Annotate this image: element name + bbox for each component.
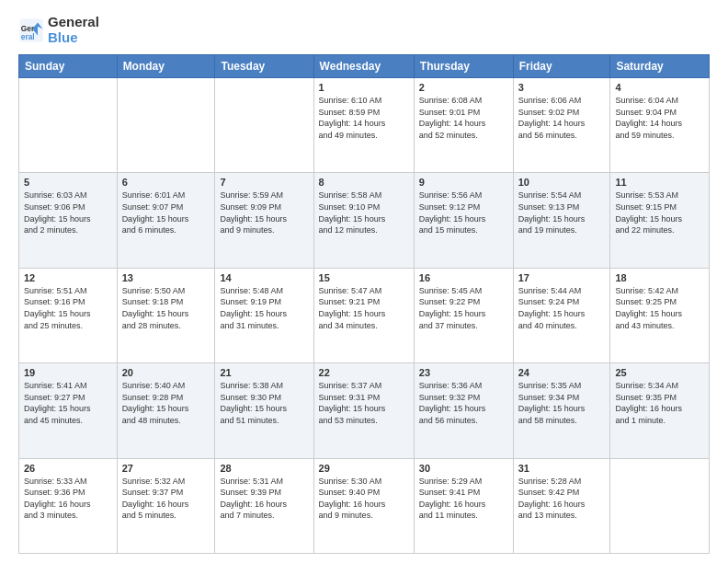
calendar-cell: 15Sunrise: 5:47 AM Sunset: 9:21 PM Dayli… (313, 268, 414, 362)
day-info: Sunrise: 5:54 AM Sunset: 9:13 PM Dayligh… (518, 190, 606, 236)
day-info: Sunrise: 5:44 AM Sunset: 9:24 PM Dayligh… (518, 285, 606, 331)
day-number: 11 (615, 177, 704, 188)
weekday-header-thursday: Thursday (414, 55, 513, 78)
day-info: Sunrise: 6:06 AM Sunset: 9:02 PM Dayligh… (518, 95, 606, 141)
weekday-header-sunday: Sunday (19, 55, 118, 78)
calendar-cell: 30Sunrise: 5:29 AM Sunset: 9:41 PM Dayli… (414, 458, 513, 553)
day-number: 29 (319, 463, 409, 474)
calendar-cell: 6Sunrise: 6:01 AM Sunset: 9:07 PM Daylig… (117, 173, 215, 268)
day-info: Sunrise: 5:48 AM Sunset: 9:19 PM Dayligh… (220, 285, 308, 331)
calendar-cell: 26Sunrise: 5:33 AM Sunset: 9:36 PM Dayli… (19, 458, 118, 553)
weekday-header-monday: Monday (117, 55, 215, 78)
day-number: 3 (518, 82, 606, 93)
day-info: Sunrise: 5:40 AM Sunset: 9:28 PM Dayligh… (122, 380, 210, 426)
day-info: Sunrise: 5:35 AM Sunset: 9:34 PM Dayligh… (518, 380, 606, 426)
day-number: 24 (518, 367, 606, 378)
day-info: Sunrise: 5:47 AM Sunset: 9:21 PM Dayligh… (319, 285, 409, 331)
day-info: Sunrise: 5:28 AM Sunset: 9:42 PM Dayligh… (518, 476, 606, 522)
calendar-cell: 11Sunrise: 5:53 AM Sunset: 9:15 PM Dayli… (610, 173, 710, 268)
day-number: 14 (220, 272, 308, 283)
calendar-cell: 10Sunrise: 5:54 AM Sunset: 9:13 PM Dayli… (513, 173, 610, 268)
day-info: Sunrise: 5:31 AM Sunset: 9:39 PM Dayligh… (220, 476, 308, 522)
calendar-cell (117, 78, 215, 173)
day-info: Sunrise: 5:29 AM Sunset: 9:41 PM Dayligh… (419, 476, 508, 522)
day-number: 18 (615, 272, 704, 283)
day-number: 10 (518, 177, 606, 188)
day-number: 19 (24, 367, 112, 378)
day-number: 23 (419, 367, 508, 378)
calendar-cell: 1Sunrise: 6:10 AM Sunset: 8:59 PM Daylig… (313, 78, 414, 173)
calendar-cell: 23Sunrise: 5:36 AM Sunset: 9:32 PM Dayli… (414, 363, 513, 458)
day-number: 16 (419, 272, 508, 283)
calendar-cell: 28Sunrise: 5:31 AM Sunset: 9:39 PM Dayli… (215, 458, 313, 553)
day-info: Sunrise: 5:51 AM Sunset: 9:16 PM Dayligh… (24, 285, 112, 331)
day-info: Sunrise: 6:10 AM Sunset: 8:59 PM Dayligh… (319, 95, 409, 141)
logo-text: General Blue (48, 15, 99, 45)
day-number: 22 (319, 367, 409, 378)
day-info: Sunrise: 5:30 AM Sunset: 9:40 PM Dayligh… (319, 476, 409, 522)
calendar-cell: 25Sunrise: 5:34 AM Sunset: 9:35 PM Dayli… (610, 363, 710, 458)
calendar-cell: 13Sunrise: 5:50 AM Sunset: 9:18 PM Dayli… (117, 268, 215, 362)
day-number: 9 (419, 177, 508, 188)
day-number: 21 (220, 367, 308, 378)
day-number: 15 (319, 272, 409, 283)
calendar-cell: 7Sunrise: 5:59 AM Sunset: 9:09 PM Daylig… (215, 173, 313, 268)
calendar-cell: 18Sunrise: 5:42 AM Sunset: 9:25 PM Dayli… (610, 268, 710, 362)
calendar-cell: 4Sunrise: 6:04 AM Sunset: 9:04 PM Daylig… (610, 78, 710, 173)
day-number: 8 (319, 177, 409, 188)
calendar-cell: 14Sunrise: 5:48 AM Sunset: 9:19 PM Dayli… (215, 268, 313, 362)
day-number: 12 (24, 272, 112, 283)
day-info: Sunrise: 5:41 AM Sunset: 9:27 PM Dayligh… (24, 380, 112, 426)
day-number: 20 (122, 367, 210, 378)
day-number: 4 (615, 82, 704, 93)
day-number: 7 (220, 177, 308, 188)
day-info: Sunrise: 5:36 AM Sunset: 9:32 PM Dayligh… (419, 380, 508, 426)
calendar-cell: 21Sunrise: 5:38 AM Sunset: 9:30 PM Dayli… (215, 363, 313, 458)
calendar-header: SundayMondayTuesdayWednesdayThursdayFrid… (19, 55, 710, 78)
calendar-cell (610, 458, 710, 553)
calendar-cell (215, 78, 313, 173)
day-number: 17 (518, 272, 606, 283)
calendar-cell: 9Sunrise: 5:56 AM Sunset: 9:12 PM Daylig… (414, 173, 513, 268)
calendar-week-1: 1Sunrise: 6:10 AM Sunset: 8:59 PM Daylig… (19, 78, 710, 173)
calendar-cell: 27Sunrise: 5:32 AM Sunset: 9:37 PM Dayli… (117, 458, 215, 553)
calendar-cell: 3Sunrise: 6:06 AM Sunset: 9:02 PM Daylig… (513, 78, 610, 173)
weekday-header-wednesday: Wednesday (313, 55, 414, 78)
day-info: Sunrise: 5:34 AM Sunset: 9:35 PM Dayligh… (615, 380, 704, 426)
day-info: Sunrise: 6:04 AM Sunset: 9:04 PM Dayligh… (615, 95, 704, 141)
calendar-week-2: 5Sunrise: 6:03 AM Sunset: 9:06 PM Daylig… (19, 173, 710, 268)
calendar-cell: 24Sunrise: 5:35 AM Sunset: 9:34 PM Dayli… (513, 363, 610, 458)
day-info: Sunrise: 6:01 AM Sunset: 9:07 PM Dayligh… (122, 190, 210, 236)
day-number: 6 (122, 177, 210, 188)
calendar-body: 1Sunrise: 6:10 AM Sunset: 8:59 PM Daylig… (19, 78, 710, 554)
calendar-cell: 19Sunrise: 5:41 AM Sunset: 9:27 PM Dayli… (19, 363, 118, 458)
day-number: 25 (615, 367, 704, 378)
calendar-cell: 2Sunrise: 6:08 AM Sunset: 9:01 PM Daylig… (414, 78, 513, 173)
day-number: 27 (122, 463, 210, 474)
calendar-cell: 8Sunrise: 5:58 AM Sunset: 9:10 PM Daylig… (313, 173, 414, 268)
day-number: 13 (122, 272, 210, 283)
weekday-header-tuesday: Tuesday (215, 55, 313, 78)
calendar-week-4: 19Sunrise: 5:41 AM Sunset: 9:27 PM Dayli… (19, 363, 710, 458)
calendar-cell: 29Sunrise: 5:30 AM Sunset: 9:40 PM Dayli… (313, 458, 414, 553)
day-info: Sunrise: 5:58 AM Sunset: 9:10 PM Dayligh… (319, 190, 409, 236)
day-info: Sunrise: 5:45 AM Sunset: 9:22 PM Dayligh… (419, 285, 508, 331)
day-number: 31 (518, 463, 606, 474)
calendar-cell: 12Sunrise: 5:51 AM Sunset: 9:16 PM Dayli… (19, 268, 118, 362)
day-number: 30 (419, 463, 508, 474)
weekday-header-row: SundayMondayTuesdayWednesdayThursdayFrid… (19, 55, 710, 78)
calendar: SundayMondayTuesdayWednesdayThursdayFrid… (18, 54, 710, 554)
calendar-week-3: 12Sunrise: 5:51 AM Sunset: 9:16 PM Dayli… (19, 268, 710, 362)
logo: Gen eral General Blue (18, 15, 99, 45)
calendar-week-5: 26Sunrise: 5:33 AM Sunset: 9:36 PM Dayli… (19, 458, 710, 553)
weekday-header-friday: Friday (513, 55, 610, 78)
calendar-cell: 16Sunrise: 5:45 AM Sunset: 9:22 PM Dayli… (414, 268, 513, 362)
calendar-cell: 5Sunrise: 6:03 AM Sunset: 9:06 PM Daylig… (19, 173, 118, 268)
day-info: Sunrise: 6:03 AM Sunset: 9:06 PM Dayligh… (24, 190, 112, 236)
day-number: 26 (24, 463, 112, 474)
calendar-cell (19, 78, 118, 173)
day-number: 5 (24, 177, 112, 188)
calendar-cell: 20Sunrise: 5:40 AM Sunset: 9:28 PM Dayli… (117, 363, 215, 458)
svg-text:eral: eral (21, 31, 35, 40)
weekday-header-saturday: Saturday (610, 55, 710, 78)
